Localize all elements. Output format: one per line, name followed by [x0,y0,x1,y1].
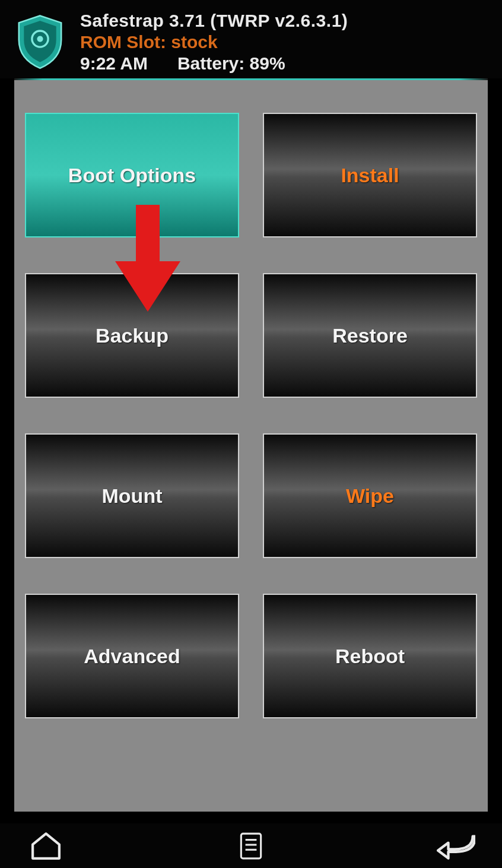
wipe-label: Wipe [346,484,394,508]
battery-label: Battery: 89% [177,53,285,74]
wipe-button[interactable]: Wipe [263,433,477,558]
log-icon[interactable] [232,829,271,862]
restore-label: Restore [332,324,408,347]
home-icon[interactable] [27,829,65,862]
boot-options-button[interactable]: Boot Options [25,113,239,237]
back-icon[interactable] [437,829,475,862]
restore-button[interactable]: Restore [263,273,477,398]
svg-point-1 [37,36,43,42]
boot-options-label: Boot Options [68,164,196,187]
main-menu-grid: Boot Options Install Backup Restore Moun… [14,80,488,812]
advanced-button[interactable]: Advanced [25,594,239,718]
reboot-button[interactable]: Reboot [263,594,477,718]
backup-button[interactable]: Backup [25,273,239,398]
rom-slot-label: ROM Slot: stock [80,32,490,52]
status-line: 9:22 AM Battery: 89% [80,53,490,74]
backup-label: Backup [96,324,169,347]
bottom-nav-bar [0,823,502,868]
reboot-label: Reboot [335,645,405,668]
mount-button[interactable]: Mount [25,433,239,558]
header-text-block: Safestrap 3.71 (TWRP v2.6.3.1) ROM Slot:… [80,11,490,74]
time-label: 9:22 AM [80,53,148,74]
mount-label: Mount [102,484,163,508]
svg-rect-2 [241,834,260,859]
app-title: Safestrap 3.71 (TWRP v2.6.3.1) [80,11,490,31]
install-button[interactable]: Install [263,113,477,237]
install-label: Install [341,164,399,187]
header-bar: Safestrap 3.71 (TWRP v2.6.3.1) ROM Slot:… [0,0,502,78]
shield-icon [15,14,65,71]
advanced-label: Advanced [84,645,180,668]
